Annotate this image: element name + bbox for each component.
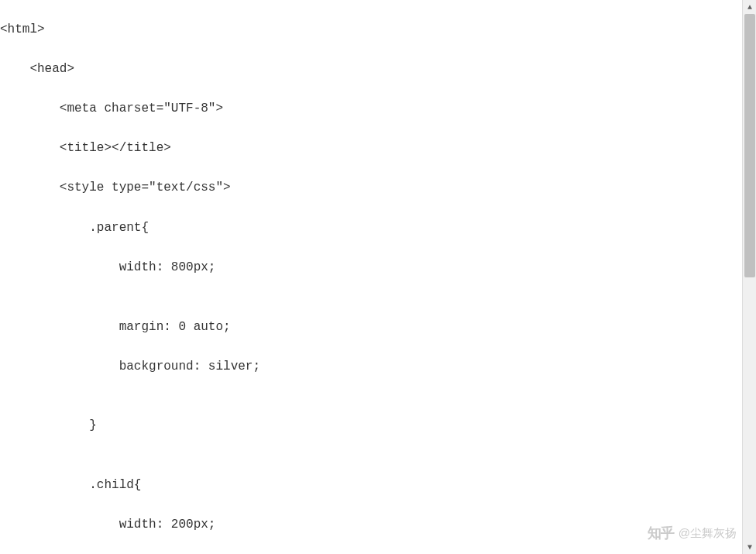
code-line: <html> bbox=[0, 20, 734, 40]
code-line: <title></title> bbox=[0, 139, 734, 159]
code-line: <meta charset="UTF-8"> bbox=[0, 99, 734, 119]
code-line: <style type="text/css"> bbox=[0, 178, 734, 198]
code-line: background: silver; bbox=[0, 357, 734, 377]
code-line: } bbox=[0, 416, 734, 436]
code-line: margin: 0 auto; bbox=[0, 318, 734, 338]
scrollbar-thumb[interactable] bbox=[744, 14, 755, 277]
scrollbar-up-arrow-icon[interactable]: ▲ bbox=[743, 0, 756, 14]
vertical-scrollbar[interactable]: ▲ ▼ bbox=[742, 0, 756, 554]
code-line: <head> bbox=[0, 60, 734, 80]
code-line: width: 200px; bbox=[0, 515, 734, 535]
scrollbar-down-arrow-icon[interactable]: ▼ bbox=[743, 540, 756, 554]
code-line: width: 800px; bbox=[0, 258, 734, 278]
code-line: .child{ bbox=[0, 476, 734, 496]
code-line: .parent{ bbox=[0, 219, 734, 239]
code-viewer: <html> <head> <meta charset="UTF-8"> <ti… bbox=[0, 0, 734, 554]
